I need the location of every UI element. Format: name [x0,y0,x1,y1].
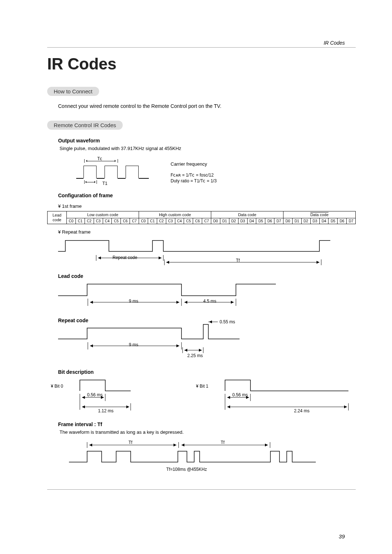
frame-cell: D6 [265,218,274,224]
how-to-connect-text: Connect your wired remote control to the… [58,103,356,109]
lead-code-heading: Lead code [58,273,356,279]
frame-interval-desc: The waveform is transmitted as long as a… [60,429,356,435]
repeat-code-9ms: 9 ms [129,342,138,347]
frame-cell: C2 [157,218,166,224]
frame-cell: D5 [256,218,265,224]
repeat-frame-tf-label: Tf [236,258,240,263]
frame-config-heading: Configuration of frame [58,193,356,198]
frame-cell: C4 [103,218,112,224]
bit0-pulse-label: 0.56 ms [87,392,103,397]
output-waveform-heading: Output waveform [58,138,356,143]
repeat-frame-diagram: Repeat code Tf [58,237,356,270]
svg-marker-26 [199,349,202,352]
svg-marker-11 [90,301,93,304]
low-custom-code-group: Low custom code C0C1C2C3C4C5C6C7 [67,211,139,224]
frame-interval-tf2: Tf [221,440,225,445]
svg-marker-41 [227,396,230,399]
frame-interval-tf1: Tf [128,440,132,445]
data-code-inverted-group: Data code D0D1D2D3D4D5D6D7 [283,211,356,224]
first-frame-label: ¥ 1st frame [58,203,356,209]
output-waveform-desc: Single pulse, modulated with 37.917KHz s… [60,146,356,151]
frame-cell: C3 [94,218,103,224]
formula-fcar: Fᴄᴀʀ = 1/Tᴄ = fosc/12 [171,172,217,178]
svg-marker-38 [126,405,129,408]
running-header: IR Codes [324,40,345,46]
frame-cell: C4 [175,218,184,224]
frame-cell: D0 [283,218,293,224]
repeat-code-0-55ms: 0.55 ms [220,319,235,324]
svg-marker-2 [159,256,162,259]
lead-code-box: Lead code [47,211,67,224]
lead-code-4-5ms: 4.5 ms [203,299,216,304]
svg-marker-17 [231,301,234,304]
footer-rule [47,489,356,490]
lead-code-diagram: 9 ms 4.5 ms [58,281,356,314]
frame-cell: D7 [347,218,355,224]
t1-label: T1 [102,181,107,186]
frame-cell: C6 [193,218,202,224]
frame-cell: D1 [293,218,302,224]
frame-cell: C3 [166,218,175,224]
frame-cell: C2 [85,218,94,224]
frame-cell: C1 [76,218,85,224]
svg-marker-37 [82,405,85,408]
frame-cell: D2 [229,218,238,224]
svg-marker-47 [344,405,347,408]
high-custom-code-group: High custom code C0C1C2C3C4C5C6C7 [139,211,211,224]
frame-cell: C0 [67,218,76,224]
frame-cell: D7 [274,218,283,224]
section-ir-codes: Remote Control IR Codes [47,121,123,130]
bit-0-diagram: ¥ Bit 0 0.56 ms 1.12 ms [58,377,160,417]
frame-interval-diagram: Tf Tf Tf=108ms @455KHz [69,438,323,478]
frame-cell: C5 [112,218,121,224]
frame-cell: D3 [311,218,320,224]
svg-marker-12 [176,301,179,304]
svg-marker-51 [173,444,176,446]
repeat-code-span-label: Repeat code [113,255,137,260]
page-title: IR Codes [47,55,356,73]
svg-marker-56 [265,444,268,446]
frame-cell: D6 [338,218,347,224]
svg-marker-30 [209,320,212,323]
svg-marker-20 [90,344,93,347]
frame-interval-tf-value: Tf=108ms @455KHz [166,467,207,472]
frame-interval-heading: Frame interval : Tf [58,421,356,427]
svg-marker-1 [98,256,101,259]
svg-marker-50 [89,444,92,446]
svg-marker-16 [184,301,187,304]
bit1-pulse-label: 0.56 ms [232,392,248,397]
frame-cell: D4 [248,218,257,224]
svg-marker-6 [166,261,169,264]
svg-marker-32 [82,396,85,399]
frame-cell: C1 [148,218,157,224]
repeat-code-2-25ms: 2.25 ms [187,353,203,358]
frame-cell: D1 [220,218,229,224]
frame-cell: D3 [238,218,248,224]
frame-cell: C7 [202,218,211,224]
frame-cell: D5 [328,218,338,224]
header-rule [47,47,356,48]
section-how-to-connect: How to Connect [47,87,99,96]
frame-cell: C5 [184,218,193,224]
bit-description-heading: Bit description [58,369,356,375]
lead-code-9ms: 9 ms [129,299,138,304]
frame-cell: C0 [139,218,148,224]
frame-cell: C6 [121,218,130,224]
carrier-formula: Fᴄᴀʀ = 1/Tᴄ = fosc/12 Duty ratio = T1/Tᴄ… [171,172,217,184]
svg-marker-7 [317,261,319,264]
frame-cell: D4 [320,218,329,224]
bit-1-diagram: ¥ Bit 1 0.56 ms 2.24 ms [203,377,356,417]
formula-duty: Duty ratio = T1/Tᴄ = 1/3 [171,178,217,184]
svg-marker-55 [181,444,184,446]
first-frame-row: Lead code Low custom code C0C1C2C3C4C5C6… [47,211,356,224]
repeat-code-diagram: 9 ms 2.25 ms 0.55 ms [58,319,356,359]
page-number: 39 [339,533,345,539]
carrier-frequency-label: Carrier frequency [171,161,207,167]
tc-label: Tᴄ [97,156,102,161]
bit1-label: ¥ Bit 1 [196,384,208,389]
repeat-frame-label: ¥ Repeat frame [58,229,356,235]
frame-cell: D2 [302,218,311,224]
repeat-frame-svg [58,237,334,266]
svg-marker-46 [227,405,230,408]
svg-marker-25 [184,349,187,352]
